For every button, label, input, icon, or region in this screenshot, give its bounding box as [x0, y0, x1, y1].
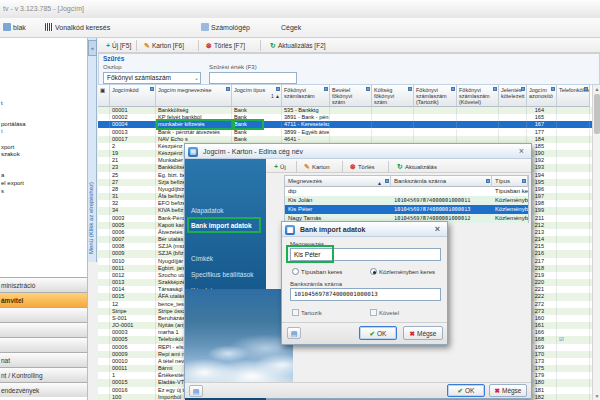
row-selector-cell[interactable]	[98, 279, 110, 286]
column-header[interactable]: Főkönyvi számlaszám (Tartozik)	[414, 85, 457, 107]
row-selector-cell[interactable]	[98, 365, 110, 372]
row-selector-cell[interactable]	[98, 222, 110, 229]
karton-ok-button[interactable]: ✔OK	[447, 384, 485, 397]
row-selector-cell[interactable]	[98, 172, 110, 179]
bank-import-cancel-button[interactable]: ✖Mégse	[403, 326, 443, 340]
refresh-button[interactable]: ↻Aktualizálás [F2]	[266, 39, 330, 52]
checkbox-credit[interactable]: Követel	[370, 309, 399, 317]
table-row[interactable]: 00017NAV Echo sBank4641 -184	[98, 136, 592, 143]
accordion-item[interactable]: ámvitel	[0, 292, 88, 307]
column-header[interactable]: Jogcím típus1 ▲	[232, 85, 282, 107]
sidebar-tree-item[interactable]: a	[1, 172, 4, 178]
row-selector-cell[interactable]	[98, 272, 110, 279]
column-header[interactable]: Megnevezés▲	[285, 176, 391, 187]
karton-card-button[interactable]: ✎Karton	[300, 160, 334, 173]
row-selector-cell[interactable]	[98, 150, 110, 157]
filter-icon[interactable]	[521, 87, 525, 91]
row-selector-cell[interactable]	[98, 215, 110, 222]
row-selector-cell[interactable]	[98, 358, 110, 365]
row-selector-cell[interactable]	[98, 207, 110, 214]
row-selector-cell[interactable]	[98, 372, 110, 379]
collapse-arrow-icon[interactable]: «	[88, 40, 97, 56]
close-icon[interactable]: ×	[516, 146, 527, 157]
column-header[interactable]: Telefonköltség	[557, 85, 590, 107]
karton-cancel-button[interactable]: ✖Mégse	[489, 384, 527, 397]
filter-column-select[interactable]: Főkönyvi számlaszám⌄	[103, 72, 201, 84]
table-row[interactable]: dtpTípusban keres	[285, 187, 528, 196]
row-selector-cell[interactable]	[98, 379, 110, 386]
row-selector-cell[interactable]	[98, 250, 110, 257]
menu-item-companies[interactable]: Cégek	[278, 21, 304, 35]
filter-icon[interactable]	[366, 87, 370, 91]
filter-icon[interactable]	[408, 87, 412, 91]
row-selector-cell[interactable]	[98, 387, 110, 394]
scrollbar-thumb[interactable]	[594, 94, 600, 134]
column-header[interactable]: Főkönyvi számlaszám (Követel)	[457, 85, 499, 107]
row-selector-cell[interactable]	[98, 243, 110, 250]
document-icon[interactable]: ▤	[189, 385, 203, 397]
sidebar-tree-item[interactable]: xport	[1, 144, 14, 150]
row-selector-cell[interactable]	[98, 394, 110, 400]
accordion-item[interactable]	[0, 337, 88, 352]
row-selector-cell[interactable]	[98, 157, 110, 164]
radio-type-search[interactable]: Típusban keres	[292, 268, 342, 276]
karton-refresh-button[interactable]: ↻Aktualizálás	[393, 160, 441, 173]
menu-item-ablak[interactable]: blak	[0, 21, 29, 35]
table-row[interactable]: Kis Péter101045697874000001000013Közlemé…	[285, 205, 528, 214]
filter-icon[interactable]	[150, 87, 154, 91]
row-selector-cell[interactable]	[98, 315, 110, 322]
sidebar-tree-item[interactable]: portálása	[1, 121, 26, 127]
row-selector-cell[interactable]	[98, 308, 110, 315]
column-header[interactable]: Bankszámla száma	[391, 176, 492, 187]
radio-comment-search[interactable]: Közleményben keres	[370, 268, 435, 276]
row-selector-cell[interactable]	[98, 329, 110, 336]
karton-delete-button[interactable]: ⊗Törlés	[346, 160, 379, 173]
row-selector-cell[interactable]	[98, 129, 110, 136]
row-selector-cell[interactable]	[98, 344, 110, 351]
table-row[interactable]: Kis Jolán101045697874000001000011Közlemé…	[285, 196, 528, 205]
row-selector-cell[interactable]	[98, 136, 110, 143]
new-button[interactable]: +Új [F5]	[102, 39, 135, 52]
karton-new-button[interactable]: +Új	[270, 160, 290, 173]
row-selector-cell[interactable]	[98, 114, 110, 121]
row-selector-cell[interactable]	[98, 186, 110, 193]
scroll-up-icon[interactable]: ▲	[593, 85, 600, 93]
column-header[interactable]: Bevétel főkönyvi szám	[330, 85, 372, 107]
row-selector-cell[interactable]	[98, 265, 110, 272]
row-selector-cell[interactable]	[98, 121, 110, 128]
delete-button[interactable]: ⊗Törlés [F7]	[202, 39, 249, 52]
row-selector-cell[interactable]	[98, 229, 110, 236]
row-selector-cell[interactable]	[98, 293, 110, 300]
document-icon[interactable]: ▤	[287, 327, 301, 339]
row-selector-cell[interactable]	[98, 286, 110, 293]
bank-import-ok-button[interactable]: ✔OK	[359, 326, 397, 340]
filter-icon[interactable]	[324, 87, 328, 91]
row-selector-cell[interactable]	[98, 164, 110, 171]
sidebar-tree-item[interactable]: s	[1, 188, 4, 194]
filter-icon[interactable]	[451, 87, 455, 91]
row-selector-cell[interactable]	[98, 193, 110, 200]
vertical-scrollbar[interactable]: ▲ ▼	[592, 85, 600, 400]
row-selector-cell[interactable]	[98, 301, 110, 308]
accordion-item[interactable]	[0, 322, 88, 337]
column-header[interactable]: Költség főkönyvi szám	[372, 85, 414, 107]
sidebar-tree-item[interactable]: t	[1, 100, 3, 106]
close-icon[interactable]: ×	[432, 224, 443, 235]
row-selector-cell[interactable]	[98, 236, 110, 243]
select-all-header[interactable]: ▣	[98, 85, 110, 107]
menu-item-barcode-search[interactable]: Vonalkód keresés	[42, 21, 113, 35]
karton-nav-4[interactable]: Specifikus beállítások	[191, 271, 254, 278]
row-selector-cell[interactable]	[98, 258, 110, 265]
filter-value-input[interactable]	[209, 72, 297, 84]
column-header[interactable]: Jogcím megnevezése	[156, 85, 232, 107]
sidebar-tree-item[interactable]: el export	[1, 180, 24, 186]
menu-collapse-strip[interactable]: « Menü (Klikk az elrejtéshez)	[88, 38, 97, 262]
filter-icon[interactable]	[551, 87, 555, 91]
row-selector-cell[interactable]	[98, 351, 110, 358]
sidebar-tree-item[interactable]: szakok	[1, 151, 20, 157]
row-selector-cell[interactable]	[98, 179, 110, 186]
menu-item-calculator[interactable]: Számológép	[198, 21, 253, 35]
scroll-down-icon[interactable]: ▼	[593, 392, 600, 400]
filter-icon[interactable]	[493, 87, 497, 91]
filter-icon[interactable]	[226, 87, 230, 91]
